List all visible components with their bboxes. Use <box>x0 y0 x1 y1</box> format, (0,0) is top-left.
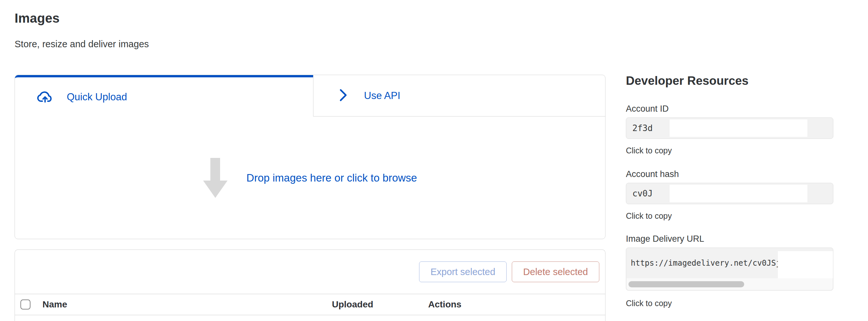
upload-panel: Quick Upload Use API Drop images here or… <box>14 75 606 239</box>
export-selected-button[interactable]: Export selected <box>419 261 506 282</box>
images-table-panel: Export selected Delete selected Name Upl… <box>14 249 606 321</box>
download-arrow-icon <box>203 158 227 198</box>
account-hash-value-box[interactable]: cv0J <box>626 183 833 204</box>
chevron-right-icon <box>337 88 349 104</box>
account-hash-copy-hint: Click to copy <box>626 211 833 221</box>
images-dashboard-page: Images Store, resize and deliver images … <box>0 0 868 321</box>
column-header-name: Name <box>42 299 67 310</box>
redaction-overlay <box>670 185 807 202</box>
account-hash-label: Account hash <box>626 169 833 180</box>
dropzone-prompt: Drop images here or click to browse <box>246 172 417 184</box>
account-id-label: Account ID <box>626 104 833 114</box>
account-id-value-box[interactable]: 2f3d <box>626 117 833 139</box>
cloud-upload-icon <box>36 90 54 104</box>
table-header-row: Name Uploaded Actions <box>15 294 605 315</box>
redaction-overlay <box>778 251 833 278</box>
image-delivery-url-copy-hint: Click to copy <box>626 298 833 308</box>
image-delivery-url-label: Image Delivery URL <box>626 234 833 244</box>
column-header-actions: Actions <box>428 299 462 310</box>
horizontal-scrollbar-thumb[interactable] <box>628 281 744 287</box>
table-actions-row: Export selected Delete selected <box>15 250 605 294</box>
page-subtitle: Store, resize and deliver images <box>14 39 149 49</box>
upload-tabs: Quick Upload Use API <box>15 75 605 116</box>
image-dropzone[interactable]: Drop images here or click to browse <box>15 116 605 239</box>
sidebar-heading: Developer Resources <box>626 74 833 88</box>
account-id-copy-hint: Click to copy <box>626 146 833 156</box>
page-title: Images <box>14 11 60 26</box>
delete-selected-button[interactable]: Delete selected <box>512 261 599 282</box>
tab-use-api[interactable]: Use API <box>313 75 605 116</box>
tab-quick-upload[interactable]: Quick Upload <box>15 75 313 116</box>
horizontal-scrollbar-track <box>626 278 833 290</box>
tab-quick-upload-label: Quick Upload <box>67 91 127 103</box>
select-all-checkbox[interactable] <box>21 300 30 310</box>
tab-use-api-label: Use API <box>364 90 400 102</box>
redaction-overlay <box>670 119 807 137</box>
developer-resources-sidebar: Developer Resources Account ID 2f3d Clic… <box>626 74 833 308</box>
column-header-uploaded: Uploaded <box>332 299 373 310</box>
image-delivery-url-value-box[interactable]: https://imagedelivery.net/cv0JSj 2 <box>626 248 833 291</box>
